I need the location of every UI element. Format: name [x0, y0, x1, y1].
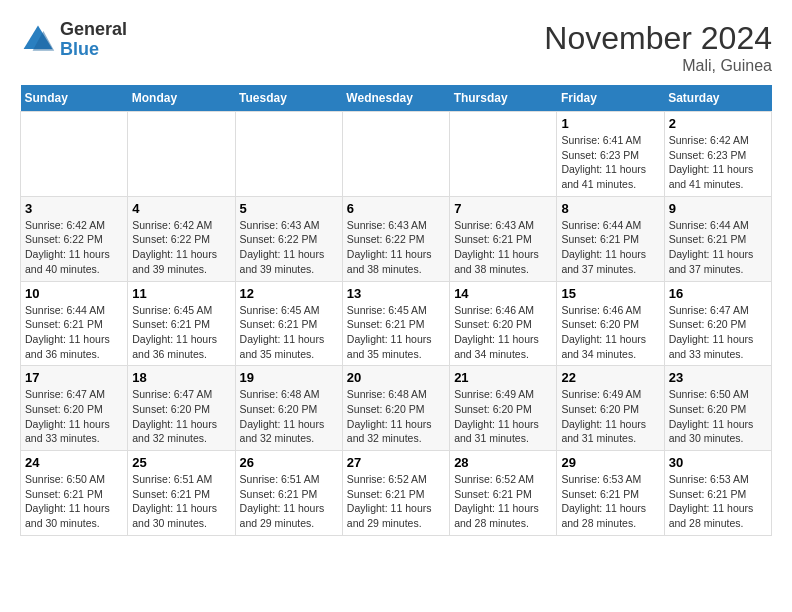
day-number: 27	[347, 455, 445, 470]
logo-text: General Blue	[60, 20, 127, 60]
day-number: 25	[132, 455, 230, 470]
calendar-cell: 25Sunrise: 6:51 AM Sunset: 6:21 PM Dayli…	[128, 451, 235, 536]
day-number: 19	[240, 370, 338, 385]
day-info: Sunrise: 6:47 AM Sunset: 6:20 PM Dayligh…	[25, 387, 123, 446]
day-info: Sunrise: 6:43 AM Sunset: 6:22 PM Dayligh…	[240, 218, 338, 277]
day-info: Sunrise: 6:42 AM Sunset: 6:22 PM Dayligh…	[25, 218, 123, 277]
day-info: Sunrise: 6:42 AM Sunset: 6:23 PM Dayligh…	[669, 133, 767, 192]
day-number: 30	[669, 455, 767, 470]
calendar-cell: 27Sunrise: 6:52 AM Sunset: 6:21 PM Dayli…	[342, 451, 449, 536]
day-info: Sunrise: 6:50 AM Sunset: 6:21 PM Dayligh…	[25, 472, 123, 531]
day-info: Sunrise: 6:50 AM Sunset: 6:20 PM Dayligh…	[669, 387, 767, 446]
page-header: General Blue November 2024 Mali, Guinea	[20, 20, 772, 75]
day-info: Sunrise: 6:46 AM Sunset: 6:20 PM Dayligh…	[561, 303, 659, 362]
calendar-cell: 16Sunrise: 6:47 AM Sunset: 6:20 PM Dayli…	[664, 281, 771, 366]
calendar-cell: 30Sunrise: 6:53 AM Sunset: 6:21 PM Dayli…	[664, 451, 771, 536]
header-tuesday: Tuesday	[235, 85, 342, 112]
calendar-cell: 8Sunrise: 6:44 AM Sunset: 6:21 PM Daylig…	[557, 196, 664, 281]
calendar-cell: 11Sunrise: 6:45 AM Sunset: 6:21 PM Dayli…	[128, 281, 235, 366]
calendar-cell: 21Sunrise: 6:49 AM Sunset: 6:20 PM Dayli…	[450, 366, 557, 451]
calendar-cell: 20Sunrise: 6:48 AM Sunset: 6:20 PM Dayli…	[342, 366, 449, 451]
calendar-cell	[235, 112, 342, 197]
month-title: November 2024	[544, 20, 772, 57]
header-sunday: Sunday	[21, 85, 128, 112]
day-number: 22	[561, 370, 659, 385]
week-row-4: 17Sunrise: 6:47 AM Sunset: 6:20 PM Dayli…	[21, 366, 772, 451]
day-info: Sunrise: 6:52 AM Sunset: 6:21 PM Dayligh…	[347, 472, 445, 531]
calendar-cell: 15Sunrise: 6:46 AM Sunset: 6:20 PM Dayli…	[557, 281, 664, 366]
day-info: Sunrise: 6:45 AM Sunset: 6:21 PM Dayligh…	[132, 303, 230, 362]
day-number: 24	[25, 455, 123, 470]
day-number: 14	[454, 286, 552, 301]
calendar-cell: 14Sunrise: 6:46 AM Sunset: 6:20 PM Dayli…	[450, 281, 557, 366]
week-row-1: 1Sunrise: 6:41 AM Sunset: 6:23 PM Daylig…	[21, 112, 772, 197]
day-number: 13	[347, 286, 445, 301]
calendar-cell: 4Sunrise: 6:42 AM Sunset: 6:22 PM Daylig…	[128, 196, 235, 281]
calendar-cell: 10Sunrise: 6:44 AM Sunset: 6:21 PM Dayli…	[21, 281, 128, 366]
day-info: Sunrise: 6:47 AM Sunset: 6:20 PM Dayligh…	[669, 303, 767, 362]
day-info: Sunrise: 6:47 AM Sunset: 6:20 PM Dayligh…	[132, 387, 230, 446]
calendar-cell: 3Sunrise: 6:42 AM Sunset: 6:22 PM Daylig…	[21, 196, 128, 281]
day-info: Sunrise: 6:44 AM Sunset: 6:21 PM Dayligh…	[25, 303, 123, 362]
calendar-cell	[128, 112, 235, 197]
calendar-cell: 17Sunrise: 6:47 AM Sunset: 6:20 PM Dayli…	[21, 366, 128, 451]
calendar-body: 1Sunrise: 6:41 AM Sunset: 6:23 PM Daylig…	[21, 112, 772, 536]
day-info: Sunrise: 6:51 AM Sunset: 6:21 PM Dayligh…	[240, 472, 338, 531]
calendar-header-row: SundayMondayTuesdayWednesdayThursdayFrid…	[21, 85, 772, 112]
day-number: 26	[240, 455, 338, 470]
day-info: Sunrise: 6:42 AM Sunset: 6:22 PM Dayligh…	[132, 218, 230, 277]
header-friday: Friday	[557, 85, 664, 112]
header-thursday: Thursday	[450, 85, 557, 112]
calendar-cell: 22Sunrise: 6:49 AM Sunset: 6:20 PM Dayli…	[557, 366, 664, 451]
day-number: 28	[454, 455, 552, 470]
calendar-cell: 5Sunrise: 6:43 AM Sunset: 6:22 PM Daylig…	[235, 196, 342, 281]
logo-blue: Blue	[60, 39, 99, 59]
week-row-3: 10Sunrise: 6:44 AM Sunset: 6:21 PM Dayli…	[21, 281, 772, 366]
day-info: Sunrise: 6:41 AM Sunset: 6:23 PM Dayligh…	[561, 133, 659, 192]
day-number: 2	[669, 116, 767, 131]
location-subtitle: Mali, Guinea	[544, 57, 772, 75]
day-info: Sunrise: 6:48 AM Sunset: 6:20 PM Dayligh…	[240, 387, 338, 446]
day-number: 9	[669, 201, 767, 216]
day-number: 1	[561, 116, 659, 131]
day-info: Sunrise: 6:45 AM Sunset: 6:21 PM Dayligh…	[240, 303, 338, 362]
day-number: 18	[132, 370, 230, 385]
day-number: 29	[561, 455, 659, 470]
title-block: November 2024 Mali, Guinea	[544, 20, 772, 75]
day-info: Sunrise: 6:48 AM Sunset: 6:20 PM Dayligh…	[347, 387, 445, 446]
calendar-cell	[342, 112, 449, 197]
day-number: 5	[240, 201, 338, 216]
calendar-cell: 2Sunrise: 6:42 AM Sunset: 6:23 PM Daylig…	[664, 112, 771, 197]
day-number: 6	[347, 201, 445, 216]
day-number: 7	[454, 201, 552, 216]
header-monday: Monday	[128, 85, 235, 112]
calendar-cell: 28Sunrise: 6:52 AM Sunset: 6:21 PM Dayli…	[450, 451, 557, 536]
calendar-cell: 9Sunrise: 6:44 AM Sunset: 6:21 PM Daylig…	[664, 196, 771, 281]
day-info: Sunrise: 6:53 AM Sunset: 6:21 PM Dayligh…	[561, 472, 659, 531]
header-saturday: Saturday	[664, 85, 771, 112]
day-number: 12	[240, 286, 338, 301]
calendar-cell: 26Sunrise: 6:51 AM Sunset: 6:21 PM Dayli…	[235, 451, 342, 536]
day-number: 15	[561, 286, 659, 301]
logo: General Blue	[20, 20, 127, 60]
day-info: Sunrise: 6:46 AM Sunset: 6:20 PM Dayligh…	[454, 303, 552, 362]
day-info: Sunrise: 6:53 AM Sunset: 6:21 PM Dayligh…	[669, 472, 767, 531]
day-number: 11	[132, 286, 230, 301]
day-number: 21	[454, 370, 552, 385]
calendar-cell: 7Sunrise: 6:43 AM Sunset: 6:21 PM Daylig…	[450, 196, 557, 281]
day-number: 8	[561, 201, 659, 216]
week-row-2: 3Sunrise: 6:42 AM Sunset: 6:22 PM Daylig…	[21, 196, 772, 281]
day-info: Sunrise: 6:44 AM Sunset: 6:21 PM Dayligh…	[561, 218, 659, 277]
day-info: Sunrise: 6:52 AM Sunset: 6:21 PM Dayligh…	[454, 472, 552, 531]
day-number: 3	[25, 201, 123, 216]
header-wednesday: Wednesday	[342, 85, 449, 112]
calendar-cell: 12Sunrise: 6:45 AM Sunset: 6:21 PM Dayli…	[235, 281, 342, 366]
calendar-cell	[450, 112, 557, 197]
logo-general: General	[60, 19, 127, 39]
calendar-cell: 24Sunrise: 6:50 AM Sunset: 6:21 PM Dayli…	[21, 451, 128, 536]
calendar-cell: 13Sunrise: 6:45 AM Sunset: 6:21 PM Dayli…	[342, 281, 449, 366]
day-info: Sunrise: 6:49 AM Sunset: 6:20 PM Dayligh…	[561, 387, 659, 446]
calendar-cell: 23Sunrise: 6:50 AM Sunset: 6:20 PM Dayli…	[664, 366, 771, 451]
calendar-cell: 18Sunrise: 6:47 AM Sunset: 6:20 PM Dayli…	[128, 366, 235, 451]
calendar-cell: 1Sunrise: 6:41 AM Sunset: 6:23 PM Daylig…	[557, 112, 664, 197]
